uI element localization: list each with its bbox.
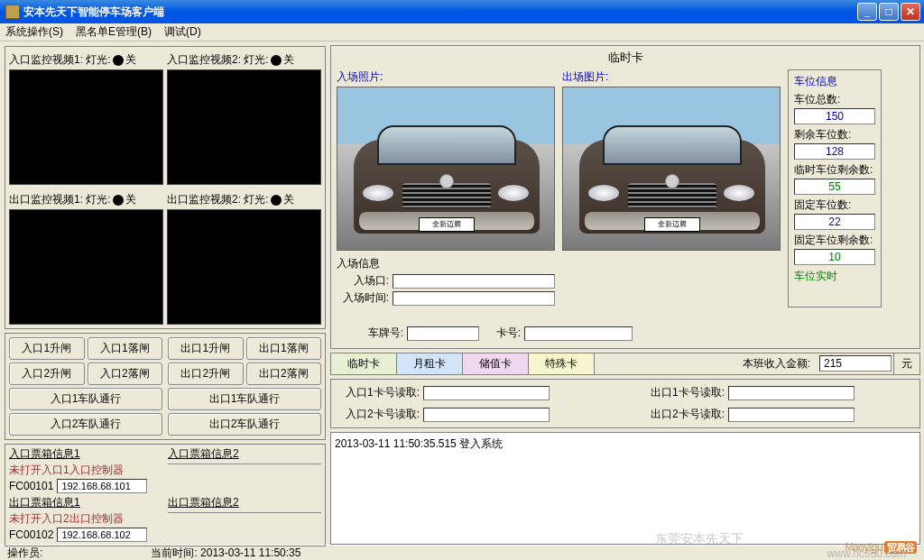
status-dot-icon <box>271 55 282 66</box>
card-type-tabs: 临时卡 月租卡 储值卡 特殊卡 本班收入金额: 215 元 <box>330 353 920 375</box>
card-title: 临时卡 <box>337 48 914 69</box>
card-no-input[interactable] <box>524 326 633 341</box>
lot-temp-remain: 55 <box>794 179 875 195</box>
out-ticket1-ip: 192.168.68.102 <box>57 528 147 542</box>
lot-total: 150 <box>794 108 875 124</box>
exit-photo: 全新迈腾 <box>562 87 781 251</box>
status-operator: 操作员: <box>7 546 42 561</box>
out-ticket1-title: 出口票箱信息1 <box>9 495 162 510</box>
menu-bar: 系统操作(S) 黑名单E管理(B) 调试(D) <box>0 23 924 41</box>
out2-fleet-button[interactable]: 出口2车队通行 <box>168 413 321 436</box>
window-buttons: _ □ ✕ <box>855 3 920 21</box>
lot-fixed-remain: 10 <box>794 249 875 265</box>
out-photo-label: 出场图片: <box>562 69 781 85</box>
gate-control-panel: 入口1升闸 入口1落闸 入口2升闸 入口2落闸 入口1车队通行 入口2车队通行 … <box>5 333 326 440</box>
out1-open-button[interactable]: 出口1升闸 <box>168 337 244 360</box>
out-ticket2-title: 出口票箱信息2 <box>168 495 321 510</box>
close-button[interactable]: ✕ <box>901 3 920 21</box>
video3-feed[interactable] <box>9 209 163 325</box>
out1-fleet-button[interactable]: 出口1车队通行 <box>168 388 321 410</box>
log-panel[interactable]: 2013-03-11 11:50:35.515 登入系统 <box>330 432 920 545</box>
tab-stored[interactable]: 储值卡 <box>463 353 529 374</box>
app-icon <box>5 5 20 19</box>
tab-month[interactable]: 月租卡 <box>397 353 463 374</box>
status-dot-icon <box>271 195 282 206</box>
in1-fleet-button[interactable]: 入口1车队通行 <box>9 388 162 410</box>
out2-cardread-input[interactable] <box>728 408 855 422</box>
tab-temp[interactable]: 临时卡 <box>331 353 397 374</box>
video1-label: 入口监控视频1: 灯光:关 <box>9 50 163 69</box>
window-titlebar: 安本先天下智能停车场客户端 _ □ ✕ <box>0 0 924 23</box>
video2-label: 入口监控视频2: 灯光:关 <box>167 50 321 69</box>
maximize-button[interactable]: □ <box>879 3 899 21</box>
lot-remain: 128 <box>794 143 875 160</box>
card-panel: 临时卡 入场照片: 全新迈腾 入场信息 入场口: 入场时间: <box>330 45 920 349</box>
in2-fleet-button[interactable]: 入口2车队通行 <box>9 413 162 436</box>
status-bar: 操作员: 当前时间: 2013-03-11 11:50:35 <box>0 545 924 560</box>
log-line: 2013-03-11 11:50:35.515 登入系统 <box>335 436 916 452</box>
card-read-panel: 入口1卡号读取: 出口1卡号读取: 入口2卡号读取: 出口2卡号读取: <box>330 379 920 428</box>
lot-fixed: 22 <box>794 214 875 230</box>
in2-cardread-input[interactable] <box>423 408 550 422</box>
car-no-input[interactable] <box>407 326 479 341</box>
out-ticket1-status: 未打开入口2出口控制器 <box>9 511 162 527</box>
status-time: 2013-03-11 11:50:35 <box>200 546 300 559</box>
status-dot-icon <box>113 195 124 206</box>
menu-system[interactable]: 系统操作(S) <box>5 24 63 40</box>
in1-close-button[interactable]: 入口1落闸 <box>88 337 163 360</box>
in2-close-button[interactable]: 入口2落闸 <box>88 363 163 385</box>
video4-feed[interactable] <box>167 209 321 325</box>
menu-blacklist[interactable]: 黑名单E管理(B) <box>76 24 152 40</box>
entry-photo: 全新迈腾 <box>337 87 555 251</box>
in2-open-button[interactable]: 入口2升闸 <box>9 363 85 385</box>
tab-special[interactable]: 特殊卡 <box>529 353 595 374</box>
in-ticket1-status: 未打开入口1入口控制器 <box>9 463 162 478</box>
ticket-info-panel: 入口票箱信息1 未打开入口1入口控制器 FC00101 192.168.68.1… <box>5 444 326 546</box>
entry-gate-input[interactable] <box>393 274 555 289</box>
in1-open-button[interactable]: 入口1升闸 <box>9 337 85 360</box>
in-ticket1-ip: 192.168.68.101 <box>57 479 147 493</box>
in-ticket2-title: 入口票箱信息2 <box>168 446 321 462</box>
window-title: 安本先天下智能停车场客户端 <box>23 5 855 20</box>
video-panel: 入口监控视频1: 灯光:关 入口监控视频2: 灯光:关 出口监控视频1: 灯光:… <box>5 46 326 329</box>
in-photo-label: 入场照片: <box>337 69 555 85</box>
video3-label: 出口监控视频1: 灯光:关 <box>9 190 163 209</box>
in-ticket1-device: FC00101 <box>9 480 53 492</box>
out-ticket1-device: FC00102 <box>9 528 53 541</box>
menu-debug[interactable]: 调试(D) <box>164 24 201 40</box>
out1-close-button[interactable]: 出口1落闸 <box>246 337 322 360</box>
minimize-button[interactable]: _ <box>857 3 877 21</box>
video2-feed[interactable] <box>167 69 321 185</box>
out2-close-button[interactable]: 出口2落闸 <box>246 363 322 385</box>
video1-feed[interactable] <box>9 69 163 185</box>
entry-info-label: 入场信息 <box>337 256 555 271</box>
out2-open-button[interactable]: 出口2升闸 <box>168 363 244 385</box>
lot-realtime[interactable]: 车位实时 <box>794 269 875 284</box>
income-value: 215 <box>819 355 892 372</box>
in1-cardread-input[interactable] <box>423 386 550 400</box>
video4-label: 出口监控视频2: 灯光:关 <box>167 190 321 209</box>
status-dot-icon <box>113 55 124 66</box>
entry-time-input[interactable] <box>393 291 555 306</box>
in-ticket1-title: 入口票箱信息1 <box>9 446 162 462</box>
income-label: 本班收入金额: <box>735 353 818 374</box>
lot-info-panel: 车位信息 车位总数: 150 剩余车位数: 128 临时车位剩余数: 55 固定… <box>788 69 882 308</box>
out1-cardread-input[interactable] <box>728 386 855 400</box>
